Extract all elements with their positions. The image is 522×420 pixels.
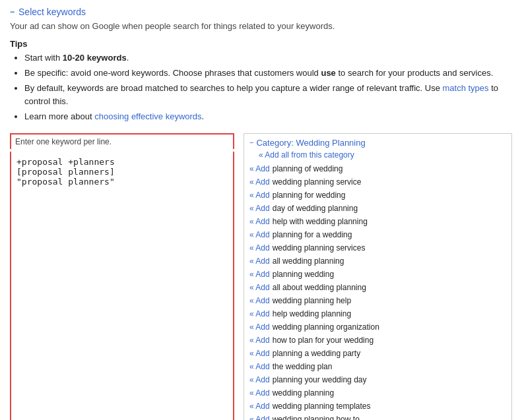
keyword-item: « Addwedding planning how to (249, 413, 506, 420)
keyword-add-link[interactable]: « Add (249, 255, 270, 267)
keyword-text: wedding planning templates (273, 400, 371, 412)
section-title: Select keywords (18, 7, 86, 17)
keyword-add-link[interactable]: « Add (249, 176, 270, 188)
keyword-text: planning wedding (273, 268, 334, 280)
suggestions-list: « Addplanning of wedding« Addwedding pla… (249, 162, 506, 420)
keyword-item: « Addwedding planning organization (249, 320, 506, 334)
keyword-text: planning of wedding (273, 163, 343, 175)
keyword-add-link[interactable]: « Add (249, 361, 270, 373)
keyword-text: planning your wedding day (273, 374, 367, 386)
keyword-add-link[interactable]: « Add (249, 216, 270, 227)
keyword-textarea-wrapper: +proposal +planners [proposal planners] … (10, 152, 234, 420)
keyword-add-link[interactable]: « Add (249, 189, 270, 201)
section-description: Your ad can show on Google when people s… (10, 21, 512, 31)
category-title: Category: Wedding Planning (256, 138, 365, 148)
section-header: − Select keywords (10, 7, 512, 17)
keyword-add-link[interactable]: « Add (249, 268, 270, 280)
add-all-link[interactable]: « Add all from this category (259, 150, 506, 160)
tips-heading: Tips (10, 39, 512, 49)
keyword-area: Enter one keyword per line. +proposal +p… (10, 133, 512, 420)
keyword-add-link[interactable]: « Add (249, 163, 270, 175)
input-hint: Enter one keyword per line. (10, 133, 234, 149)
keyword-text: planning for wedding (273, 189, 346, 201)
category-header: − Category: Wedding Planning (249, 138, 506, 148)
keyword-item: « Addplanning for wedding (249, 189, 506, 202)
keyword-text: help with wedding planning (273, 216, 368, 227)
keyword-text: the wedding plan (273, 361, 333, 373)
keyword-text: wedding planning organization (273, 321, 379, 333)
collapse-icon[interactable]: − (10, 7, 15, 16)
keyword-add-link[interactable]: « Add (249, 413, 270, 420)
keyword-text: all about wedding planning (273, 282, 366, 293)
keyword-item: « Addall about wedding planning (249, 281, 506, 294)
keyword-add-link[interactable]: « Add (249, 202, 270, 214)
effective-keywords-link[interactable]: choosing effective keywords (94, 111, 201, 121)
keyword-text: wedding planning (273, 387, 334, 399)
keyword-add-link[interactable]: « Add (249, 242, 270, 254)
keyword-add-link[interactable]: « Add (249, 321, 270, 333)
keyword-add-link[interactable]: « Add (249, 374, 270, 386)
keyword-item: « Addplanning of wedding (249, 162, 506, 175)
keyword-textarea[interactable]: +proposal +planners [proposal planners] … (11, 152, 233, 389)
keyword-item: « Addhelp wedding planning (249, 307, 506, 320)
keyword-item: « Addwedding planning templates (249, 400, 506, 413)
keyword-item: « Addplanning your wedding day (249, 373, 506, 386)
keyword-add-link[interactable]: « Add (249, 347, 270, 359)
keyword-text: all wedding planning (273, 255, 344, 267)
tip-item-2: Be specific: avoid one-word keywords. Ch… (24, 67, 512, 80)
keyword-item: « Addall wedding planning (249, 255, 506, 268)
keyword-text: planning for a wedding (273, 229, 352, 241)
keyword-text: wedding planning how to (273, 413, 360, 420)
category-collapse-icon[interactable]: − (249, 138, 253, 146)
tips-list: Start with 10-20 keywords. Be specific: … (10, 51, 512, 124)
keyword-item: « Addwedding planning services (249, 241, 506, 255)
keyword-item: « Addthe wedding plan (249, 360, 506, 373)
keyword-item: « Addplanning a wedding party (249, 347, 506, 360)
keyword-add-link[interactable]: « Add (249, 387, 270, 399)
keyword-add-link[interactable]: « Add (249, 308, 270, 320)
keyword-text: wedding planning help (273, 295, 351, 307)
keyword-text: help wedding planning (273, 308, 351, 320)
keyword-text: wedding planning services (273, 242, 366, 254)
keyword-item: « Addhow to plan for your wedding (249, 334, 506, 347)
keyword-item: « Addplanning wedding (249, 268, 506, 281)
keyword-item: « Addhelp with wedding planning (249, 215, 506, 228)
keyword-item: « Addwedding planning help (249, 294, 506, 307)
keyword-item: « Addwedding planning service (249, 175, 506, 189)
keyword-add-link[interactable]: « Add (249, 229, 270, 241)
keyword-text: day of wedding planning (273, 202, 358, 214)
tip2-bold: use (321, 68, 335, 78)
keyword-item: « Addwedding planning (249, 386, 506, 400)
keyword-item: « Addday of wedding planning (249, 202, 506, 215)
keyword-text: how to plan for your wedding (273, 334, 374, 346)
keyword-item: « Addplanning for a wedding (249, 228, 506, 241)
tip-item-4: Learn more about choosing effective keyw… (24, 110, 512, 124)
suggestions-container[interactable]: − Category: Wedding Planning « Add all f… (244, 133, 512, 420)
keyword-text: planning a wedding party (273, 347, 360, 359)
keyword-add-link[interactable]: « Add (249, 400, 270, 412)
keyword-add-link[interactable]: « Add (249, 334, 270, 346)
keyword-add-link[interactable]: « Add (249, 282, 270, 293)
keyword-text: wedding planning service (273, 176, 362, 188)
tip-item-1: Start with 10-20 keywords. (24, 51, 512, 65)
match-types-link[interactable]: match types (443, 83, 489, 93)
tip-item-3: By default, keywords are broad matched t… (24, 82, 512, 109)
keyword-add-link[interactable]: « Add (249, 295, 270, 307)
tip1-bold: 10-20 keywords (63, 53, 127, 63)
keyword-input-container: Enter one keyword per line. +proposal +p… (10, 133, 234, 420)
